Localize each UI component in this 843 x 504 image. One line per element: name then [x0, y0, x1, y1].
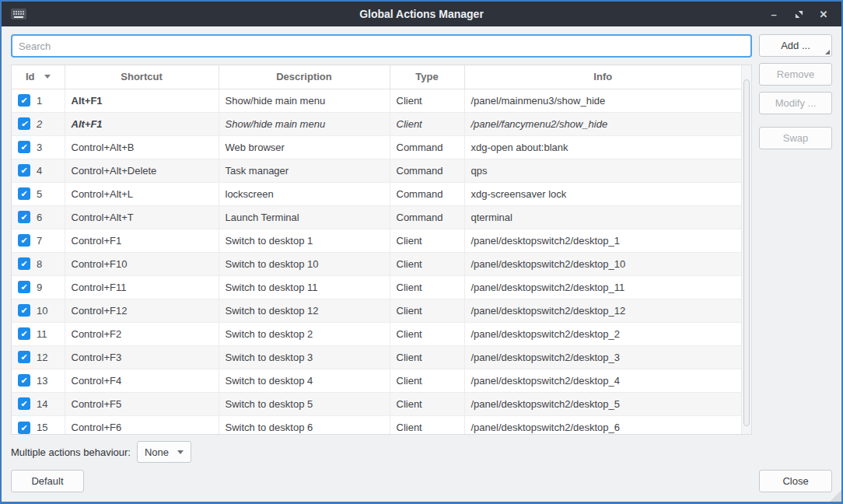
cell-id: ✔4 — [12, 159, 65, 182]
default-button[interactable]: Default — [11, 470, 84, 492]
table-row[interactable]: ✔12Control+F3Switch to desktop 3Client/p… — [12, 345, 741, 369]
multiple-actions-label: Multiple actions behaviour: — [11, 446, 131, 458]
cell-type: Command — [390, 182, 464, 205]
cell-description: Switch to desktop 4 — [219, 369, 390, 392]
cell-info: /panel/desktopswitch2/desktop_5 — [464, 392, 741, 415]
row-enabled-checkbox[interactable]: ✔ — [18, 187, 30, 200]
column-header-description[interactable]: Description — [219, 65, 390, 89]
cell-info: /panel/desktopswitch2/desktop_4 — [464, 369, 741, 392]
cell-shortcut: Control+Alt+B — [65, 135, 219, 159]
cell-id: ✔12 — [12, 345, 65, 369]
row-enabled-checkbox[interactable]: ✔ — [18, 164, 30, 177]
table-row[interactable]: ✔15Control+F6Switch to desktop 6Client/p… — [12, 415, 741, 435]
global-actions-manager-window: Global Actions Manager – ✕ — [0, 0, 843, 504]
cell-description: Launch Terminal — [219, 205, 390, 229]
minimize-button[interactable]: – — [764, 5, 784, 23]
multiple-actions-dropdown[interactable]: None — [137, 441, 191, 463]
row-id: 10 — [37, 305, 47, 317]
table-header-row: Id Shortcut Description Type Info — [12, 65, 741, 89]
keyboard-icon — [11, 7, 28, 21]
right-column: Add ... Remove Modify ... Swap Close — [759, 34, 832, 492]
add-button[interactable]: Add ... — [759, 34, 832, 57]
row-enabled-checkbox[interactable]: ✔ — [18, 422, 30, 434]
cell-id: ✔3 — [12, 135, 65, 159]
row-enabled-checkbox[interactable]: ✔ — [18, 281, 30, 293]
cell-type: Command — [390, 159, 464, 182]
cell-info: /panel/desktopswitch2/desktop_10 — [464, 252, 741, 275]
cell-info: /panel/fancymenu2/show_hide — [464, 112, 741, 135]
cell-id: ✔7 — [12, 229, 65, 252]
row-id: 14 — [37, 398, 47, 410]
cell-shortcut: Control+F3 — [65, 345, 219, 369]
multiple-actions-value: None — [145, 446, 169, 458]
close-window-button[interactable]: ✕ — [813, 5, 834, 23]
scrollbar-thumb[interactable] — [743, 79, 750, 426]
column-header-id[interactable]: Id — [12, 65, 65, 89]
table-row[interactable]: ✔9Control+F11Switch to desktop 11Client/… — [12, 275, 741, 299]
row-enabled-checkbox[interactable]: ✔ — [18, 211, 30, 223]
row-id: 8 — [37, 258, 42, 270]
cell-id: ✔2 — [12, 112, 65, 135]
row-enabled-checkbox[interactable]: ✔ — [18, 117, 30, 130]
row-id: 4 — [37, 165, 42, 177]
table-row[interactable]: ✔3Control+Alt+BWeb browserCommandxdg-ope… — [12, 135, 741, 159]
cell-description: Switch to desktop 10 — [219, 252, 390, 275]
cell-shortcut: Control+F1 — [65, 229, 219, 252]
cell-info: /panel/desktopswitch2/desktop_2 — [464, 322, 741, 345]
remove-button[interactable]: Remove — [759, 63, 832, 86]
column-header-type[interactable]: Type — [390, 65, 464, 89]
swap-button[interactable]: Swap — [759, 127, 832, 149]
cell-info: /panel/desktopswitch2/desktop_11 — [464, 275, 741, 299]
table-row[interactable]: ✔8Control+F10Switch to desktop 10Client/… — [12, 252, 741, 275]
cell-info: /panel/desktopswitch2/desktop_6 — [464, 415, 741, 435]
row-enabled-checkbox[interactable]: ✔ — [18, 397, 30, 410]
row-enabled-checkbox[interactable]: ✔ — [18, 374, 30, 387]
row-enabled-checkbox[interactable]: ✔ — [18, 327, 30, 340]
cell-shortcut: Control+F11 — [65, 275, 219, 299]
menu-indicator-icon — [825, 50, 830, 54]
titlebar[interactable]: Global Actions Manager – ✕ — [2, 2, 841, 26]
row-enabled-checkbox[interactable]: ✔ — [18, 94, 30, 107]
row-enabled-checkbox[interactable]: ✔ — [18, 141, 30, 153]
cell-id: ✔1 — [12, 89, 65, 112]
cell-id: ✔6 — [12, 205, 65, 229]
cell-type: Client — [390, 392, 464, 415]
add-button-label: Add ... — [781, 40, 810, 51]
cell-description: Switch to desktop 12 — [219, 299, 390, 322]
cell-description: Switch to desktop 11 — [219, 275, 390, 299]
shortcuts-table: Id Shortcut Description Type Info ✔1Alt+… — [12, 65, 741, 435]
table-row[interactable]: ✔5Control+Alt+LlockscreenCommandxdg-scre… — [12, 182, 741, 205]
table-row[interactable]: ✔14Control+F5Switch to desktop 5Client/p… — [12, 392, 741, 415]
cell-info: xdg-screensaver lock — [464, 182, 741, 205]
cell-id: ✔10 — [12, 299, 65, 322]
table-row[interactable]: ✔6Control+Alt+TLaunch TerminalCommandqte… — [12, 205, 741, 229]
close-button[interactable]: Close — [759, 470, 832, 492]
shortcuts-table-wrap: Id Shortcut Description Type Info ✔1Alt+… — [11, 65, 752, 435]
table-row[interactable]: ✔13Control+F4Switch to desktop 4Client/p… — [12, 369, 741, 392]
cell-shortcut: Control+F5 — [65, 392, 219, 415]
cell-shortcut: Control+F6 — [65, 415, 219, 435]
table-row[interactable]: ✔4Control+Alt+DeleteTask managerCommandq… — [12, 159, 741, 182]
cell-type: Client — [390, 369, 464, 392]
table-row[interactable]: ✔7Control+F1Switch to desktop 1Client/pa… — [12, 229, 741, 252]
column-header-shortcut[interactable]: Shortcut — [65, 65, 219, 89]
column-header-info[interactable]: Info — [464, 65, 741, 89]
row-enabled-checkbox[interactable]: ✔ — [18, 257, 30, 270]
cell-type: Client — [390, 112, 464, 135]
table-row[interactable]: ✔2Alt+F1Show/hide main menuClient/panel/… — [12, 112, 741, 135]
chevron-down-icon — [177, 450, 184, 454]
row-enabled-checkbox[interactable]: ✔ — [18, 234, 30, 247]
modify-button[interactable]: Modify ... — [759, 92, 832, 114]
search-input[interactable] — [11, 34, 752, 58]
row-enabled-checkbox[interactable]: ✔ — [18, 304, 30, 317]
table-row[interactable]: ✔10Control+F12Switch to desktop 12Client… — [12, 299, 741, 322]
row-id: 7 — [37, 235, 42, 247]
cell-type: Client — [390, 89, 464, 112]
maximize-button[interactable] — [789, 5, 809, 23]
table-row[interactable]: ✔1Alt+F1Show/hide main menuClient/panel/… — [12, 89, 741, 112]
row-enabled-checkbox[interactable]: ✔ — [18, 351, 30, 363]
vertical-scrollbar[interactable] — [741, 65, 751, 434]
cell-type: Client — [390, 415, 464, 435]
resize-grip[interactable] — [830, 490, 841, 502]
table-row[interactable]: ✔11Control+F2Switch to desktop 2Client/p… — [12, 322, 741, 345]
